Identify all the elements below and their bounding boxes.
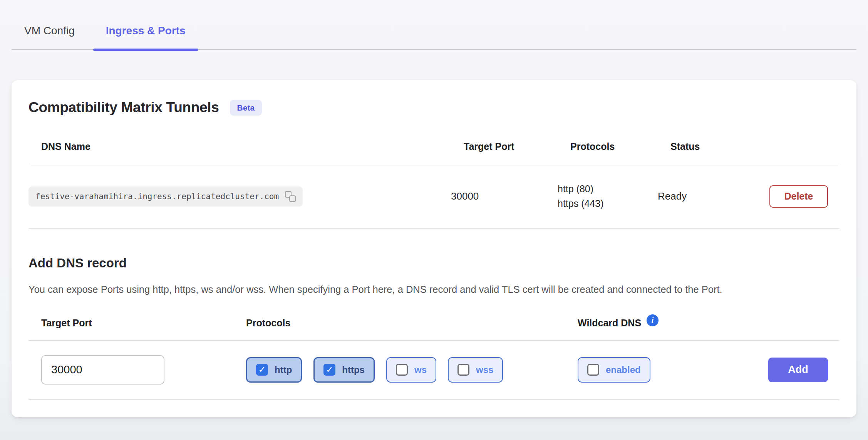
copy-icon[interactable] xyxy=(285,191,296,202)
protocol-entry: http (80) xyxy=(558,182,658,196)
protocol-checkbox-ws[interactable]: ws xyxy=(386,357,436,383)
tab-vm-config[interactable]: VM Config xyxy=(12,25,87,49)
protocol-checkbox-https[interactable]: ✓ https xyxy=(313,357,375,383)
wildcard-dns-label-text: Wildcard DNS xyxy=(578,317,641,329)
protocol-entry: https (443) xyxy=(558,196,658,211)
status-cell: Ready xyxy=(658,190,727,202)
checkbox-checked-icon: ✓ xyxy=(323,364,335,376)
target-port-cell: 30000 xyxy=(451,190,558,202)
label-target-port: Target Port xyxy=(41,317,246,329)
column-header-target-port: Target Port xyxy=(464,141,570,152)
protocols-cell: http (80) https (443) xyxy=(558,182,658,211)
page-title: Compatibility Matrix Tunnels xyxy=(28,99,219,116)
label-protocols: Protocols xyxy=(246,317,578,329)
protocols-group: ✓ http ✓ https ws wss xyxy=(246,357,578,383)
beta-badge: Beta xyxy=(230,100,262,116)
protocol-checkbox-wss[interactable]: wss xyxy=(448,357,503,383)
dns-name-pill: festive-varahamihira.ingress.replicatedc… xyxy=(28,186,303,207)
dns-name-cell: festive-varahamihira.ingress.replicatedc… xyxy=(28,186,451,207)
protocol-checkbox-http[interactable]: ✓ http xyxy=(246,357,302,383)
tab-ingress-ports[interactable]: Ingress & Ports xyxy=(93,25,198,49)
dns-name-value: festive-varahamihira.ingress.replicatedc… xyxy=(35,192,279,201)
checkbox-unchecked-icon xyxy=(396,364,408,376)
add-dns-form-row: ✓ http ✓ https ws wss enabled Add xyxy=(28,355,840,385)
add-dns-heading: Add DNS record xyxy=(28,256,840,270)
checkbox-unchecked-icon xyxy=(587,364,599,376)
delete-button[interactable]: Delete xyxy=(769,185,828,208)
add-dns-description: You can expose Ports using http, https, … xyxy=(28,282,840,297)
wildcard-enabled-checkbox[interactable]: enabled xyxy=(578,357,650,383)
card-title-row: Compatibility Matrix Tunnels Beta xyxy=(28,99,840,116)
wildcard-enabled-label: enabled xyxy=(606,364,641,375)
checkbox-unchecked-icon xyxy=(457,364,469,376)
target-port-input[interactable] xyxy=(41,355,164,385)
column-header-dns-name: DNS Name xyxy=(41,141,464,152)
add-dns-form-labels: Target Port Protocols Wildcard DNS i xyxy=(28,317,840,341)
column-header-status: Status xyxy=(670,141,740,152)
tunnels-table-header: DNS Name Target Port Protocols Status xyxy=(28,141,840,164)
tab-bar: VM Config Ingress & Ports xyxy=(12,25,856,50)
table-row: festive-varahamihira.ingress.replicatedc… xyxy=(28,164,840,229)
protocol-label: wss xyxy=(476,364,493,375)
add-button[interactable]: Add xyxy=(768,358,828,382)
column-header-protocols: Protocols xyxy=(570,141,670,152)
protocol-label: ws xyxy=(414,364,427,375)
protocol-label: https xyxy=(342,364,365,375)
protocol-label: http xyxy=(275,364,292,375)
bottom-divider xyxy=(28,399,840,400)
label-wildcard-dns: Wildcard DNS i xyxy=(578,317,760,329)
info-icon[interactable]: i xyxy=(647,314,659,326)
checkbox-checked-icon: ✓ xyxy=(256,364,268,376)
tunnels-card: Compatibility Matrix Tunnels Beta DNS Na… xyxy=(12,80,856,417)
